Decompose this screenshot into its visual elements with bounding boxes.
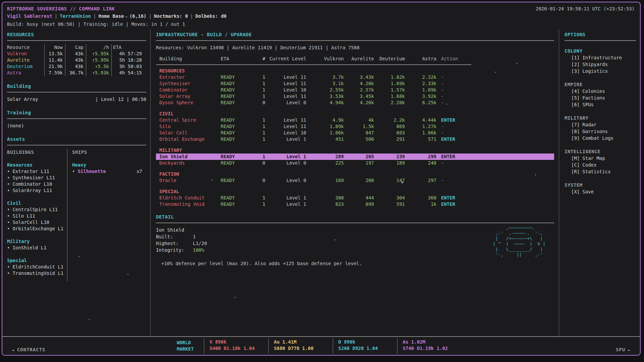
row-action[interactable]: ENTER	[436, 201, 554, 207]
resource-row: Deuterium 21.9k 43k ↑5.5k 3h 50:03	[7, 63, 146, 70]
infra-table-line[interactable]: Solar Array READY 1 Level 11 3.53k 3.45k…	[156, 93, 554, 100]
ship-group-header: Heavy	[72, 162, 146, 168]
option-line[interactable]: SYSTEM	[565, 182, 636, 188]
spu-nav[interactable]: SPU ►	[616, 337, 640, 355]
infra-table-line[interactable]: Central Spire READY 1 Level 11 4.9k 4k 2…	[156, 117, 554, 123]
building-eta: READY	[221, 177, 256, 184]
resource-rate: ↑5.95k	[86, 51, 112, 57]
cost-deuterium: 591	[374, 201, 405, 207]
buildings-list-line: •Silo L11	[7, 213, 67, 219]
infra-table-line[interactable]: Solar Cell READY 1 Level 10 1.06k 847 60…	[156, 130, 554, 136]
market-volume: Au 1.41M	[274, 339, 327, 345]
cost-aurelite: 3.45k	[344, 93, 374, 100]
col-cap: Cap	[65, 44, 86, 51]
option-line[interactable]: [X]Save	[565, 188, 636, 195]
col-deuterium: Deuterium	[374, 56, 405, 62]
cost-deuterium: 291	[374, 136, 405, 142]
option-line[interactable]: EMPIRE	[565, 81, 636, 88]
option-line[interactable]: [R]Statistics	[565, 168, 636, 175]
infra-table-line[interactable]: Dyson Sphere READY 0 Level 0 4.94k 4.26k…	[156, 100, 554, 106]
row-action[interactable]: ENTER	[436, 117, 554, 123]
option-key: [1]	[571, 55, 580, 60]
infra-table-line[interactable]: RESOURCES	[156, 68, 554, 74]
option-line[interactable]: [2]Shipyards	[565, 61, 636, 68]
infra-table-line[interactable]: Transmuting Void READY 1 Level 1 823 899…	[156, 201, 554, 207]
cost-deuterium: 869	[374, 123, 405, 130]
option-line[interactable]: COLONY	[565, 48, 636, 54]
arrow-left-icon: ◄	[12, 348, 14, 352]
cost-astra: 1.89k	[405, 87, 436, 93]
infra-table-line[interactable]: Ion Shield READY 1 Level 1 289 265 239 2…	[156, 154, 554, 160]
building-level: Level 11	[265, 93, 306, 100]
bullet-icon: •	[7, 264, 10, 269]
infra-table-line[interactable]	[156, 142, 554, 147]
infra-table-line[interactable]	[156, 166, 554, 171]
option-line[interactable]: [5]Factions	[565, 95, 636, 101]
option-group-header: COLONY	[565, 48, 583, 54]
infra-table-line[interactable]	[156, 106, 554, 111]
cost-aurelite: 847	[344, 130, 374, 136]
row-action[interactable]: ENTER	[436, 154, 554, 160]
option-line[interactable]: [6]SPUs	[565, 101, 636, 108]
divider	[7, 145, 146, 145]
infra-table-line[interactable]: Oracle READY 0 Level 0 169 200 147 297 -	[156, 177, 554, 184]
row-action[interactable]: -	[436, 123, 554, 130]
infra-table-line[interactable]: SPECIAL	[156, 188, 554, 195]
row-action[interactable]: -	[436, 74, 554, 80]
option-line[interactable]: [C]Codex	[565, 162, 636, 168]
building-name: MILITARY	[156, 147, 221, 154]
col-count: #	[256, 56, 265, 62]
building-asset-label: TransmutingVoid L1	[12, 270, 63, 276]
top-header: RIFTBORNE SOVEREIGNS // COMMAND LINK 202…	[2, 2, 640, 29]
col-astra: Astra	[405, 56, 436, 62]
infra-table-line[interactable]: Orbital Exchange READY 1 Level 1 451 500…	[156, 136, 554, 142]
market-prices: S680 D770 1.00	[274, 345, 327, 352]
row-action[interactable]: -	[436, 130, 554, 136]
resource-rate: ↑5.5k	[86, 63, 112, 70]
infra-table-line[interactable]: Dockyards READY 0 Level 0 225 197 189 24…	[156, 160, 554, 166]
star-dot	[535, 174, 536, 175]
infra-table-line[interactable]: Eldritch Conduit READY 1 Level 1 308 444…	[156, 195, 554, 201]
row-action[interactable]: -	[436, 177, 554, 184]
status-line: Build: busy (next 06:50) | Training: idl…	[7, 21, 185, 27]
row-action[interactable]: -	[436, 87, 554, 93]
infra-table-line[interactable]: Synthesiser READY 1 Level 11 3.1k 4.28k …	[156, 80, 554, 87]
buildings-list-line: •Extractor L11	[7, 168, 67, 175]
infra-table-line[interactable]: FACTION	[156, 171, 554, 177]
option-line[interactable]: MILITARY	[565, 115, 636, 121]
building-count: 1	[256, 201, 265, 207]
infra-table-line[interactable]: Combinator READY 1 Level 10 2.55k 2.57k …	[156, 87, 554, 93]
resource-name: Aurelite	[7, 57, 45, 63]
option-line[interactable]: [7]Radar	[565, 121, 636, 128]
star-dot	[495, 72, 496, 73]
resource-eta: 4h 57:29	[112, 51, 147, 57]
buildings-list-line: Resources	[7, 162, 67, 168]
row-action[interactable]: -	[436, 160, 554, 166]
row-action[interactable]: -	[436, 80, 554, 87]
bottom-bar: ◄ CONTRACTS WORLD MARKET V 896k S400 D1.…	[2, 336, 640, 355]
option-line[interactable]: [9]Combat Logs	[565, 135, 636, 141]
option-group-header: INTELLIGENCE	[565, 149, 600, 154]
row-action[interactable]: ENTER	[436, 195, 554, 201]
option-line[interactable]: INTELLIGENCE	[565, 148, 636, 155]
col-eta: ETA	[112, 44, 147, 51]
infra-table-line[interactable]	[156, 184, 554, 188]
row-action[interactable]: -	[436, 93, 554, 100]
infra-table-line[interactable]: MILITARY	[156, 147, 554, 154]
option-line[interactable]: [4]Colonies	[565, 88, 636, 95]
option-line[interactable]: [3]Logistics	[565, 68, 636, 74]
contracts-nav[interactable]: ◄ CONTRACTS	[2, 337, 177, 355]
option-line[interactable]: [M]Star Map	[565, 155, 636, 162]
building-level: Level 0	[265, 177, 306, 184]
row-action[interactable]: ENTER	[436, 136, 554, 142]
row-action[interactable]: -	[436, 100, 554, 106]
bullet-icon: •	[7, 169, 10, 174]
building-asset-label: Extractor L11	[12, 169, 49, 174]
infra-table-line[interactable]: CIVIL	[156, 111, 554, 117]
building-level: Level 11	[265, 80, 306, 87]
infra-table-line[interactable]: Silo READY 1 Level 11 1.89k 1.5k 869 1.2…	[156, 123, 554, 130]
option-line[interactable]: [8]Garrisons	[565, 128, 636, 135]
building-name: Combinator	[156, 87, 221, 93]
infra-table-line[interactable]: Extractor READY 1 Level 11 3.7k 3.43k 1.…	[156, 74, 554, 80]
option-line[interactable]: [1]Infrastructure	[565, 54, 636, 61]
